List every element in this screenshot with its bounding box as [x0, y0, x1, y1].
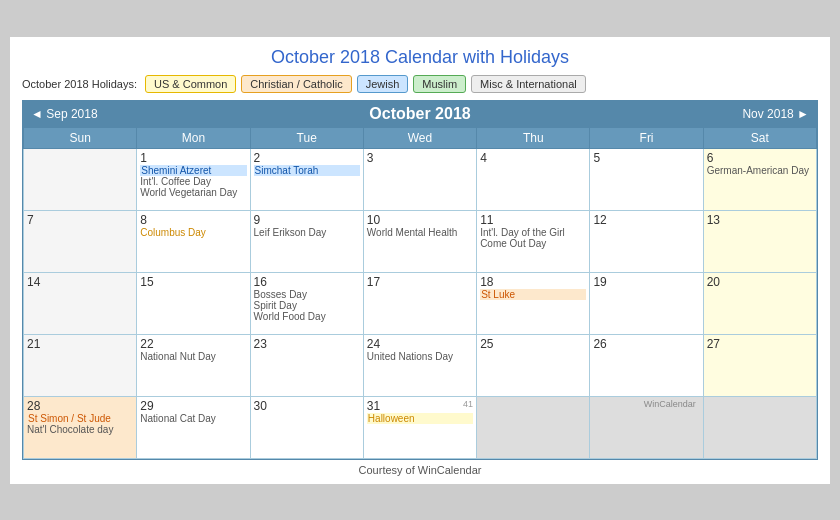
day-number: 21: [27, 337, 40, 351]
day-cell-15: 15: [137, 272, 250, 334]
calendar-header: ◄ Sep 2018 October 2018 Nov 2018 ►: [23, 101, 817, 127]
holiday-halloween: Halloween: [367, 413, 473, 424]
day-cell-12: 12: [590, 210, 703, 272]
btn-misc-international[interactable]: Misc & International: [471, 75, 586, 93]
week-number: 41: [463, 399, 473, 409]
day-cell-empty-1: [24, 148, 137, 210]
day-number: 14: [27, 275, 40, 289]
day-number: 17: [367, 275, 380, 289]
day-number: 7: [27, 213, 34, 227]
day-cell-11: 11 Int'l. Day of the Girl Come Out Day: [477, 210, 590, 272]
day-number: 5: [593, 151, 600, 165]
legend-label: October 2018 Holidays:: [22, 78, 137, 90]
day-number: 4: [480, 151, 487, 165]
day-cell-24: 24 United Nations Day: [363, 334, 476, 396]
day-number: 30: [254, 399, 267, 413]
day-cell-23: 23: [250, 334, 363, 396]
day-cell-5: 5: [590, 148, 703, 210]
day-number: 25: [480, 337, 493, 351]
col-thu: Thu: [477, 127, 590, 148]
holiday-natl-chocolate-day: Nat'l Chocolate day: [27, 424, 133, 435]
col-wed: Wed: [363, 127, 476, 148]
day-number: 20: [707, 275, 720, 289]
holiday-national-nut-day: National Nut Day: [140, 351, 246, 362]
table-row: 21 22 National Nut Day 23 24 United Nati…: [24, 334, 817, 396]
day-number: 26: [593, 337, 606, 351]
holiday-coffee-day: Int'l. Coffee Day: [140, 176, 246, 187]
holiday-world-mental-health: World Mental Health: [367, 227, 473, 238]
day-cell-16: 16 Bosses Day Spirit Day World Food Day: [250, 272, 363, 334]
next-month-link[interactable]: Nov 2018 ►: [742, 107, 809, 121]
day-cell-30: 30: [250, 396, 363, 458]
day-number: 3: [367, 151, 374, 165]
wincalendar-credit: WinCalendar: [593, 399, 699, 409]
holiday-bosses-day: Bosses Day: [254, 289, 360, 300]
day-cell-1: 1 Shemini Atzeret Int'l. Coffee Day Worl…: [137, 148, 250, 210]
day-number: 31: [367, 399, 380, 413]
day-cell-18: 18 St Luke: [477, 272, 590, 334]
day-cell-28: 28 St Simon / St Jude Nat'l Chocolate da…: [24, 396, 137, 458]
holiday-national-cat-day: National Cat Day: [140, 413, 246, 424]
day-number: 12: [593, 213, 606, 227]
day-number: 9: [254, 213, 261, 227]
day-cell-17: 17: [363, 272, 476, 334]
day-cell-22: 22 National Nut Day: [137, 334, 250, 396]
holiday-united-nations-day: United Nations Day: [367, 351, 473, 362]
btn-muslim[interactable]: Muslim: [413, 75, 466, 93]
btn-us-common[interactable]: US & Common: [145, 75, 236, 93]
day-number: 16: [254, 275, 267, 289]
day-cell-extra-1: [477, 396, 590, 458]
table-row: 1 Shemini Atzeret Int'l. Coffee Day Worl…: [24, 148, 817, 210]
days-header-row: Sun Mon Tue Wed Thu Fri Sat: [24, 127, 817, 148]
holiday-spirit-day: Spirit Day: [254, 300, 360, 311]
btn-christian-catholic[interactable]: Christian / Catholic: [241, 75, 351, 93]
day-cell-extra-3: [703, 396, 816, 458]
day-cell-2: 2 Simchat Torah: [250, 148, 363, 210]
day-cell-27: 27: [703, 334, 816, 396]
day-cell-extra-2: WinCalendar: [590, 396, 703, 458]
day-cell-3: 3: [363, 148, 476, 210]
table-row: 14 15 16 Bosses Day Spirit Day World Foo…: [24, 272, 817, 334]
day-cell-26: 26: [590, 334, 703, 396]
table-row: 7 8 Columbus Day 9 Leif Erikson Day 10 W…: [24, 210, 817, 272]
day-cell-10: 10 World Mental Health: [363, 210, 476, 272]
day-cell-8: 8 Columbus Day: [137, 210, 250, 272]
day-number: 15: [140, 275, 153, 289]
day-cell-29: 29 National Cat Day: [137, 396, 250, 458]
table-row: 28 St Simon / St Jude Nat'l Chocolate da…: [24, 396, 817, 458]
holiday-columbus-day: Columbus Day: [140, 227, 246, 238]
day-number: 29: [140, 399, 153, 413]
day-cell-20: 20: [703, 272, 816, 334]
col-sat: Sat: [703, 127, 816, 148]
day-number: 8: [140, 213, 147, 227]
holiday-world-food-day: World Food Day: [254, 311, 360, 322]
col-fri: Fri: [590, 127, 703, 148]
col-tue: Tue: [250, 127, 363, 148]
day-cell-9: 9 Leif Erikson Day: [250, 210, 363, 272]
btn-jewish[interactable]: Jewish: [357, 75, 409, 93]
day-number: 10: [367, 213, 380, 227]
day-number: 22: [140, 337, 153, 351]
holiday-legend: October 2018 Holidays: US & Common Chris…: [22, 75, 818, 93]
day-number: 2: [254, 151, 261, 165]
courtesy-text: Courtesy of WinCalendar: [22, 464, 818, 476]
day-number: 23: [254, 337, 267, 351]
col-mon: Mon: [137, 127, 250, 148]
holiday-intl-day-girl: Int'l. Day of the Girl: [480, 227, 586, 238]
day-cell-13: 13: [703, 210, 816, 272]
day-number: 19: [593, 275, 606, 289]
holiday-simchat-torah: Simchat Torah: [254, 165, 360, 176]
prev-month-link[interactable]: ◄ Sep 2018: [31, 107, 98, 121]
holiday-vegetarian-day: World Vegetarian Day: [140, 187, 246, 198]
day-number: 27: [707, 337, 720, 351]
day-number: 18: [480, 275, 493, 289]
holiday-st-simon-st-jude: St Simon / St Jude: [27, 413, 133, 424]
day-cell-6: 6 German-American Day: [703, 148, 816, 210]
day-number: 6: [707, 151, 714, 165]
day-cell-14: 14: [24, 272, 137, 334]
holiday-come-out-day: Come Out Day: [480, 238, 586, 249]
page-title: October 2018 Calendar with Holidays: [22, 47, 818, 68]
day-number: 24: [367, 337, 380, 351]
calendar-table: Sun Mon Tue Wed Thu Fri Sat 1 Shemini At…: [23, 127, 817, 459]
day-cell-7: 7: [24, 210, 137, 272]
